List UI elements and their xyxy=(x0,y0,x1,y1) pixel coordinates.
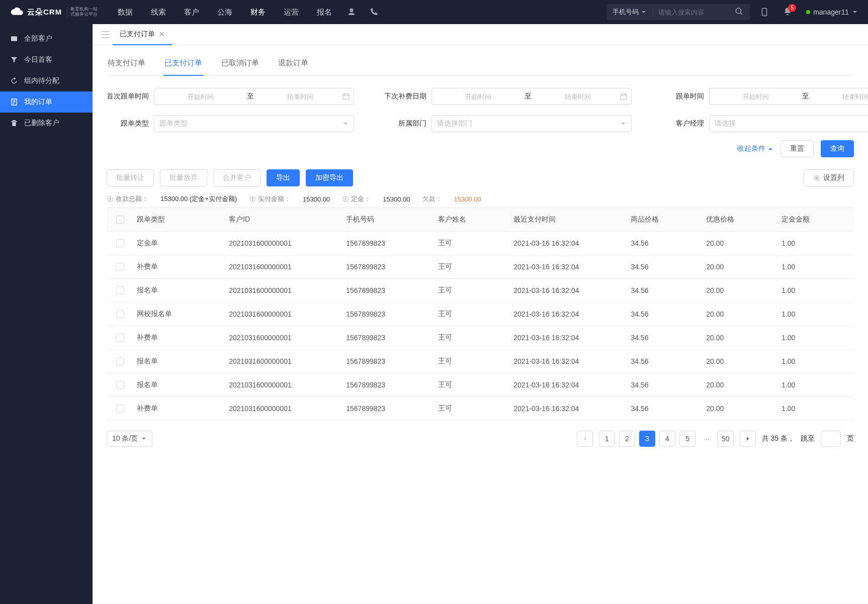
user-icon[interactable] xyxy=(347,8,356,17)
collapse-filters-link[interactable]: 收起条件 xyxy=(737,144,773,153)
tab-refund[interactable]: 退款订单 xyxy=(277,53,309,75)
close-icon[interactable]: ✕ xyxy=(159,30,165,38)
page-size-select[interactable]: 10 条/页 xyxy=(107,431,152,447)
sidebar-item-all-customers[interactable]: 全部客户 xyxy=(0,28,93,49)
end-date-input[interactable] xyxy=(258,93,342,100)
owe-value: 15300.00 xyxy=(454,195,481,203)
window-tab[interactable]: 已支付订单 ✕ xyxy=(113,24,172,45)
sidebar-item-label: 已删除客户 xyxy=(24,119,59,128)
cell-time: 2021-03-16 16:32:04 xyxy=(510,263,628,271)
dept-select[interactable]: 请选择部门 xyxy=(431,115,632,132)
page-button[interactable]: 3 xyxy=(639,431,655,447)
start-date-input[interactable] xyxy=(436,93,520,100)
cell-discount: 20.00 xyxy=(703,357,778,365)
manager-select[interactable]: 请选择 xyxy=(709,115,868,132)
set-columns-button[interactable]: 设置列 xyxy=(804,169,854,186)
merge-customer-button[interactable]: 合并客户 xyxy=(213,169,261,186)
sidebar-item-deleted[interactable]: 已删除客户 xyxy=(0,113,93,134)
filter-label: 跟单时间 xyxy=(662,92,704,101)
row-checkbox[interactable] xyxy=(116,263,124,271)
search-type-select[interactable]: 手机号码 xyxy=(606,8,653,17)
table-row[interactable]: 补费单20210316000000011567899823王可2021-03-1… xyxy=(107,326,854,350)
search-input[interactable] xyxy=(653,9,729,16)
start-date-input[interactable] xyxy=(714,93,798,100)
page-button[interactable]: 5 xyxy=(679,431,696,447)
help-icon: ? xyxy=(249,195,256,203)
logo[interactable]: 云朵CRM 教育机构一站式服务云平台 xyxy=(10,7,98,18)
row-checkbox[interactable] xyxy=(116,310,124,318)
row-checkbox[interactable] xyxy=(116,286,124,294)
nav-items: 数据 线索 客户 公海 财务 运营 报名 xyxy=(118,8,332,17)
nav-finance[interactable]: 财务 xyxy=(250,8,266,17)
funnel-icon xyxy=(10,56,18,64)
tab-pending-pay[interactable]: 待支付订单 xyxy=(107,53,146,75)
notifications[interactable]: 5 xyxy=(783,7,792,18)
date-range-input[interactable]: 至 xyxy=(431,88,632,105)
col-time: 最近支付时间 xyxy=(510,215,628,224)
query-button[interactable]: 查询 xyxy=(821,140,854,157)
menu-toggle[interactable] xyxy=(99,28,113,42)
batch-transfer-button[interactable]: 批量转让 xyxy=(107,169,154,186)
cell-type: 补费单 xyxy=(134,404,226,413)
tab-cancelled[interactable]: 已取消订单 xyxy=(220,53,260,75)
nav-ops[interactable]: 运营 xyxy=(284,8,299,17)
sidebar-item-pending[interactable]: 组内待分配 xyxy=(0,70,93,91)
table-row[interactable]: 补费单20210316000000011567899823王可2021-03-1… xyxy=(107,397,854,421)
table-row[interactable]: 报名单20210316000000011567899823王可2021-03-1… xyxy=(107,279,854,303)
nav-data[interactable]: 数据 xyxy=(118,8,133,17)
cell-deposit: 1.00 xyxy=(778,239,854,247)
nav-sea[interactable]: 公海 xyxy=(217,8,232,17)
page-unit: 页 xyxy=(847,434,854,443)
users-icon xyxy=(10,35,18,43)
status-dot-icon xyxy=(806,10,810,14)
tab-paid[interactable]: 已支付订单 xyxy=(163,53,203,76)
phone-icon[interactable] xyxy=(369,8,378,17)
cell-price: 34.56 xyxy=(628,310,703,318)
cell-name: 王可 xyxy=(435,404,510,413)
search-button[interactable] xyxy=(729,7,750,18)
next-page-button[interactable] xyxy=(740,431,756,447)
row-checkbox[interactable] xyxy=(116,239,124,247)
row-checkbox[interactable] xyxy=(116,405,124,413)
row-checkbox[interactable] xyxy=(116,381,124,389)
jump-page-input[interactable] xyxy=(821,431,841,447)
nav-customers[interactable]: 客户 xyxy=(184,8,199,17)
cell-phone: 1567899823 xyxy=(343,286,435,294)
batch-abandon-button[interactable]: 批量放弃 xyxy=(160,169,207,186)
mobile-icon[interactable] xyxy=(760,8,769,17)
search-icon xyxy=(735,7,744,16)
date-range-input[interactable]: 至 xyxy=(709,88,868,105)
end-date-input[interactable] xyxy=(813,93,868,100)
table-row[interactable]: 补费单20210316000000011567899823王可2021-03-1… xyxy=(107,255,854,279)
select-all-checkbox[interactable] xyxy=(116,216,124,224)
start-date-input[interactable] xyxy=(158,93,243,100)
date-range-input[interactable]: 至 xyxy=(154,88,354,105)
sidebar-item-today-first[interactable]: 今日首客 xyxy=(0,49,93,70)
row-checkbox[interactable] xyxy=(116,334,124,342)
end-date-input[interactable] xyxy=(536,93,620,100)
jump-label: 跳至 xyxy=(801,434,815,443)
chevron-down-icon xyxy=(852,9,858,15)
page-button[interactable]: 1 xyxy=(599,431,615,447)
table-row[interactable]: 网校报名单20210316000000011567899823王可2021-03… xyxy=(107,303,854,326)
cell-price: 34.56 xyxy=(628,334,703,342)
table-row[interactable]: 报名单20210316000000011567899823王可2021-03-1… xyxy=(107,373,854,397)
last-page-button[interactable]: 50 xyxy=(718,431,734,447)
follow-type-select[interactable]: 跟单类型 xyxy=(154,115,354,132)
table-row[interactable]: 定金单20210316000000011567899823王可2021-03-1… xyxy=(107,232,854,255)
nav-leads[interactable]: 线索 xyxy=(151,8,166,17)
col-name: 客户姓名 xyxy=(435,215,510,224)
col-price: 商品价格 xyxy=(628,215,703,224)
row-checkbox[interactable] xyxy=(116,357,124,365)
encrypt-export-button[interactable]: 加密导出 xyxy=(306,169,353,186)
page-button[interactable]: 4 xyxy=(659,431,675,447)
cell-discount: 20.00 xyxy=(703,381,778,389)
sidebar-item-my-orders[interactable]: 我的订单 xyxy=(0,91,93,113)
nav-signup[interactable]: 报名 xyxy=(317,8,332,17)
reset-button[interactable]: 重置 xyxy=(780,140,814,157)
user-menu[interactable]: manager11 xyxy=(806,8,858,16)
page-button[interactable]: 2 xyxy=(619,431,635,447)
table-row[interactable]: 报名单20210316000000011567899823王可2021-03-1… xyxy=(107,350,854,373)
prev-page-button[interactable] xyxy=(577,431,593,447)
export-button[interactable]: 导出 xyxy=(267,169,300,186)
